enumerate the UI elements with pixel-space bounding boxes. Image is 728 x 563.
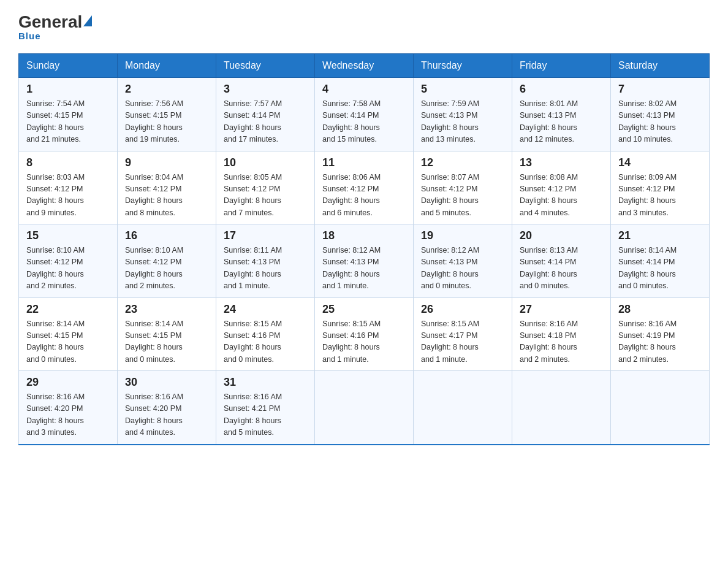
week-row-3: 15 Sunrise: 8:10 AMSunset: 4:12 PMDaylig…	[19, 224, 710, 298]
day-info: Sunrise: 8:01 AMSunset: 4:13 PMDaylight:…	[520, 98, 603, 146]
day-number: 10	[224, 156, 307, 169]
day-number: 19	[421, 229, 504, 242]
day-info: Sunrise: 7:58 AMSunset: 4:14 PMDaylight:…	[322, 98, 406, 146]
day-number: 29	[26, 376, 110, 389]
col-saturday: Saturday	[611, 54, 710, 78]
day-info: Sunrise: 8:16 AMSunset: 4:20 PMDaylight:…	[26, 391, 110, 439]
day-cell: 1 Sunrise: 7:54 AMSunset: 4:15 PMDayligh…	[19, 78, 118, 151]
day-cell: 4 Sunrise: 7:58 AMSunset: 4:14 PMDayligh…	[315, 78, 414, 151]
day-cell: 20 Sunrise: 8:13 AMSunset: 4:14 PMDaylig…	[512, 224, 611, 298]
day-number: 15	[26, 229, 110, 242]
day-cell	[512, 371, 611, 445]
day-number: 30	[125, 376, 208, 389]
day-info: Sunrise: 8:15 AMSunset: 4:16 PMDaylight:…	[224, 318, 307, 366]
day-cell: 28 Sunrise: 8:16 AMSunset: 4:19 PMDaylig…	[611, 297, 710, 371]
day-info: Sunrise: 8:14 AMSunset: 4:14 PMDaylight:…	[618, 245, 702, 293]
day-info: Sunrise: 8:08 AMSunset: 4:12 PMDaylight:…	[520, 172, 603, 220]
day-cell: 6 Sunrise: 8:01 AMSunset: 4:13 PMDayligh…	[512, 78, 611, 151]
day-cell: 2 Sunrise: 7:56 AMSunset: 4:15 PMDayligh…	[118, 78, 216, 151]
day-info: Sunrise: 8:14 AMSunset: 4:15 PMDaylight:…	[26, 318, 110, 366]
day-info: Sunrise: 8:13 AMSunset: 4:14 PMDaylight:…	[520, 245, 603, 293]
day-number: 12	[421, 156, 504, 169]
day-cell: 22 Sunrise: 8:14 AMSunset: 4:15 PMDaylig…	[19, 297, 118, 371]
day-cell: 10 Sunrise: 8:05 AMSunset: 4:12 PMDaylig…	[216, 151, 315, 224]
day-info: Sunrise: 8:15 AMSunset: 4:17 PMDaylight:…	[421, 318, 504, 366]
day-cell: 26 Sunrise: 8:15 AMSunset: 4:17 PMDaylig…	[414, 297, 512, 371]
day-number: 9	[125, 156, 208, 169]
logo-triangle-icon	[83, 15, 92, 26]
day-info: Sunrise: 8:04 AMSunset: 4:12 PMDaylight:…	[125, 172, 208, 220]
day-number: 6	[520, 83, 603, 96]
logo: General Blue	[18, 12, 92, 41]
day-info: Sunrise: 8:11 AMSunset: 4:13 PMDaylight:…	[224, 245, 307, 293]
day-info: Sunrise: 8:16 AMSunset: 4:21 PMDaylight:…	[224, 391, 307, 439]
day-cell: 9 Sunrise: 8:04 AMSunset: 4:12 PMDayligh…	[118, 151, 216, 224]
day-number: 18	[322, 229, 406, 242]
day-cell: 8 Sunrise: 8:03 AMSunset: 4:12 PMDayligh…	[19, 151, 118, 224]
day-info: Sunrise: 7:57 AMSunset: 4:14 PMDaylight:…	[224, 98, 307, 146]
day-info: Sunrise: 8:10 AMSunset: 4:12 PMDaylight:…	[125, 245, 208, 293]
day-info: Sunrise: 8:16 AMSunset: 4:20 PMDaylight:…	[125, 391, 208, 439]
day-number: 24	[224, 303, 307, 316]
day-number: 21	[618, 229, 702, 242]
logo-blue-text: Blue	[18, 31, 41, 41]
day-cell	[611, 371, 710, 445]
day-number: 14	[618, 156, 702, 169]
day-number: 27	[520, 303, 603, 316]
day-number: 11	[322, 156, 406, 169]
day-info: Sunrise: 7:59 AMSunset: 4:13 PMDaylight:…	[421, 98, 504, 146]
day-cell: 25 Sunrise: 8:15 AMSunset: 4:16 PMDaylig…	[315, 297, 414, 371]
day-info: Sunrise: 8:09 AMSunset: 4:12 PMDaylight:…	[618, 172, 702, 220]
day-cell: 15 Sunrise: 8:10 AMSunset: 4:12 PMDaylig…	[19, 224, 118, 298]
day-info: Sunrise: 8:12 AMSunset: 4:13 PMDaylight:…	[322, 245, 406, 293]
col-monday: Monday	[118, 54, 216, 78]
day-number: 2	[125, 83, 208, 96]
day-number: 7	[618, 83, 702, 96]
day-cell: 18 Sunrise: 8:12 AMSunset: 4:13 PMDaylig…	[315, 224, 414, 298]
col-thursday: Thursday	[414, 54, 512, 78]
day-cell	[414, 371, 512, 445]
day-cell: 12 Sunrise: 8:07 AMSunset: 4:12 PMDaylig…	[414, 151, 512, 224]
day-cell: 21 Sunrise: 8:14 AMSunset: 4:14 PMDaylig…	[611, 224, 710, 298]
day-info: Sunrise: 8:15 AMSunset: 4:16 PMDaylight:…	[322, 318, 406, 366]
col-tuesday: Tuesday	[216, 54, 315, 78]
day-number: 25	[322, 303, 406, 316]
day-info: Sunrise: 8:12 AMSunset: 4:13 PMDaylight:…	[421, 245, 504, 293]
day-info: Sunrise: 8:07 AMSunset: 4:12 PMDaylight:…	[421, 172, 504, 220]
day-cell: 19 Sunrise: 8:12 AMSunset: 4:13 PMDaylig…	[414, 224, 512, 298]
day-number: 3	[224, 83, 307, 96]
day-cell: 24 Sunrise: 8:15 AMSunset: 4:16 PMDaylig…	[216, 297, 315, 371]
day-cell: 29 Sunrise: 8:16 AMSunset: 4:20 PMDaylig…	[19, 371, 118, 445]
day-info: Sunrise: 8:03 AMSunset: 4:12 PMDaylight:…	[26, 172, 110, 220]
col-wednesday: Wednesday	[315, 54, 414, 78]
day-cell: 17 Sunrise: 8:11 AMSunset: 4:13 PMDaylig…	[216, 224, 315, 298]
col-friday: Friday	[512, 54, 611, 78]
day-number: 20	[520, 229, 603, 242]
day-number: 1	[26, 83, 110, 96]
day-info: Sunrise: 7:54 AMSunset: 4:15 PMDaylight:…	[26, 98, 110, 146]
day-number: 17	[224, 229, 307, 242]
day-cell: 5 Sunrise: 7:59 AMSunset: 4:13 PMDayligh…	[414, 78, 512, 151]
day-cell: 3 Sunrise: 7:57 AMSunset: 4:14 PMDayligh…	[216, 78, 315, 151]
calendar-table: Sunday Monday Tuesday Wednesday Thursday…	[18, 53, 710, 445]
day-number: 31	[224, 376, 307, 389]
day-number: 5	[421, 83, 504, 96]
day-cell: 30 Sunrise: 8:16 AMSunset: 4:20 PMDaylig…	[118, 371, 216, 445]
week-row-2: 8 Sunrise: 8:03 AMSunset: 4:12 PMDayligh…	[19, 151, 710, 224]
day-cell: 16 Sunrise: 8:10 AMSunset: 4:12 PMDaylig…	[118, 224, 216, 298]
day-info: Sunrise: 7:56 AMSunset: 4:15 PMDaylight:…	[125, 98, 208, 146]
day-number: 23	[125, 303, 208, 316]
day-number: 13	[520, 156, 603, 169]
day-info: Sunrise: 8:14 AMSunset: 4:15 PMDaylight:…	[125, 318, 208, 366]
day-info: Sunrise: 8:02 AMSunset: 4:13 PMDaylight:…	[618, 98, 702, 146]
day-cell	[315, 371, 414, 445]
day-cell: 27 Sunrise: 8:16 AMSunset: 4:18 PMDaylig…	[512, 297, 611, 371]
day-cell: 31 Sunrise: 8:16 AMSunset: 4:21 PMDaylig…	[216, 371, 315, 445]
day-info: Sunrise: 8:16 AMSunset: 4:19 PMDaylight:…	[618, 318, 702, 366]
day-number: 16	[125, 229, 208, 242]
day-info: Sunrise: 8:16 AMSunset: 4:18 PMDaylight:…	[520, 318, 603, 366]
day-number: 28	[618, 303, 702, 316]
week-row-4: 22 Sunrise: 8:14 AMSunset: 4:15 PMDaylig…	[19, 297, 710, 371]
day-info: Sunrise: 8:05 AMSunset: 4:12 PMDaylight:…	[224, 172, 307, 220]
day-info: Sunrise: 8:06 AMSunset: 4:12 PMDaylight:…	[322, 172, 406, 220]
